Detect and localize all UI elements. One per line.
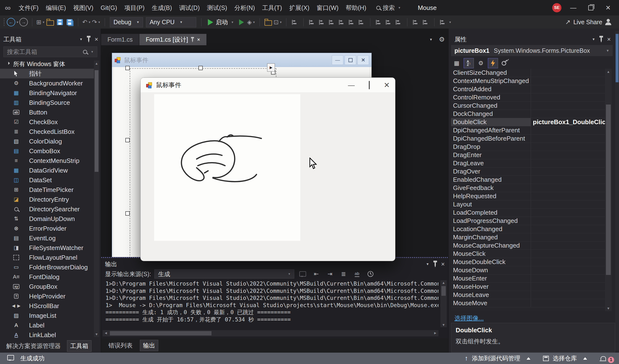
choose-image-link[interactable]: 选择图像...	[454, 314, 484, 322]
event-row-ContextMenuStripChanged[interactable]: ContextMenuStripChanged	[451, 77, 605, 85]
toolbox-item-ComboBox[interactable]: ▤ComboBox	[0, 146, 94, 156]
tab-form1-cs-design[interactable]: Form1.cs [设计] ×	[139, 34, 206, 45]
minimize-button[interactable]: —	[568, 3, 579, 13]
menu-item-1[interactable]: 编辑(E)	[42, 2, 70, 14]
avatar[interactable]: SE	[552, 3, 562, 12]
event-handler-value[interactable]	[531, 225, 605, 233]
event-handler-value[interactable]: pictureBox1_DoubleClick	[531, 118, 605, 126]
menu-item-3[interactable]: Git(G)	[97, 3, 121, 13]
event-handler-value[interactable]	[531, 192, 605, 200]
minimize-button[interactable]: —	[348, 81, 355, 89]
event-handler-value[interactable]	[531, 274, 605, 282]
event-row-EnabledChanged[interactable]: EnabledChanged	[451, 176, 605, 184]
tab-output[interactable]: 输出	[140, 340, 158, 351]
add-to-source-control-button[interactable]: 添加到源代码管理	[472, 354, 520, 362]
align-rights-icon[interactable]	[329, 20, 335, 25]
toolbox-item-ContextMenuStrip[interactable]: ≡ContextMenuStrip	[0, 156, 94, 166]
undo-button[interactable]: ↶▼	[82, 17, 91, 27]
event-row-ControlRemoved[interactable]: ControlRemoved	[451, 93, 605, 102]
toolbox-item-BindingSource[interactable]: ▥BindingSource	[0, 98, 94, 108]
minimize-button[interactable]: —	[332, 55, 343, 65]
toolbox-item-ImageList[interactable]: ▨ImageList	[0, 311, 94, 321]
toolbox-item-DataSet[interactable]: ◫DataSet	[0, 175, 94, 185]
save-button[interactable]	[55, 17, 65, 27]
next-message-icon[interactable]: ⇥	[325, 269, 335, 279]
toolbox-scrollbar[interactable]: ▲ ▼	[94, 60, 99, 337]
toolbox-item-FlowLayoutPanel[interactable]: FlowLayoutPanel	[0, 253, 94, 262]
event-handler-value[interactable]	[531, 176, 605, 184]
event-handler-value[interactable]	[531, 135, 605, 142]
event-handler-value[interactable]	[531, 184, 605, 192]
event-row-DpiChangedAfterParent[interactable]: DpiChangedAfterParent	[451, 126, 605, 135]
size-to-grid-icon[interactable]	[413, 20, 419, 25]
event-handler-value[interactable]	[531, 159, 605, 167]
event-handler-value[interactable]	[531, 126, 605, 134]
new-window-button[interactable]: ⊡▼	[273, 17, 283, 27]
search-box[interactable]: 搜索 ▼	[376, 4, 401, 12]
attach-button[interactable]: ◈▼	[246, 17, 256, 27]
chevron-up-icon[interactable]	[583, 357, 587, 360]
toolbox-item-DirectoryEntry[interactable]: ◪DirectoryEntry	[0, 195, 94, 204]
output-log[interactable]: 1>D:\Program Files\Microsoft Visual Stud…	[106, 280, 438, 327]
event-row-HelpRequested[interactable]: HelpRequested	[451, 192, 605, 200]
toolbox-item-CheckedListBox[interactable]: ≣CheckedListBox	[0, 127, 94, 137]
toolbox-item-指针[interactable]: 指针	[0, 69, 94, 78]
menu-item-9[interactable]: 工具(T)	[258, 2, 285, 14]
make-same-height-icon[interactable]	[396, 20, 401, 25]
save-all-button[interactable]	[65, 17, 74, 27]
align-to-grid-icon[interactable]	[292, 20, 298, 25]
scrollbar-thumb[interactable]	[110, 331, 211, 336]
scrollbar-thumb[interactable]	[606, 105, 611, 275]
align-tops-icon[interactable]	[339, 20, 345, 25]
toolbox-item-DateTimePicker[interactable]: ⊞DateTimePicker	[0, 185, 94, 195]
make-same-width-icon[interactable]	[376, 20, 382, 25]
word-wrap-icon[interactable]: ab	[352, 269, 362, 279]
document-list-icon[interactable]: ▼	[429, 38, 433, 41]
scroll-up-icon[interactable]: ▲	[440, 281, 447, 285]
event-handler-value[interactable]	[531, 143, 605, 151]
configuration-dropdown[interactable]: Debug▼	[110, 17, 143, 27]
tab-toolbox[interactable]: 工具箱	[67, 340, 91, 352]
scroll-up-icon[interactable]: ▲	[94, 61, 99, 65]
scrollbar-thumb[interactable]	[95, 70, 98, 172]
pin-icon[interactable]	[435, 262, 436, 266]
navigate-forward-button[interactable]: →	[19, 17, 28, 27]
toolbox-item-DataGridView[interactable]: ▦DataGridView	[0, 166, 94, 175]
toolbox-item-BackgroundWorker[interactable]: ⚙BackgroundWorker	[0, 78, 94, 88]
toolbox-group-all-windows-forms[interactable]: 所有 Windows 窗体	[0, 59, 94, 69]
resize-handle[interactable]	[198, 66, 203, 70]
event-row-DoubleClick[interactable]: DoubleClickpictureBox1_DoubleClick	[451, 118, 605, 126]
event-handler-value[interactable]	[531, 69, 605, 77]
messages-icon[interactable]	[298, 269, 308, 279]
open-file-button[interactable]	[45, 17, 55, 27]
clear-all-icon[interactable]: ≣	[338, 269, 349, 279]
categorized-icon[interactable]: ▦	[451, 58, 462, 68]
event-handler-value[interactable]	[531, 209, 605, 217]
event-row-MouseClick[interactable]: MouseClick	[451, 250, 605, 258]
alphabetical-icon[interactable]: AZ ↓	[464, 58, 474, 68]
close-icon[interactable]: ×	[95, 36, 98, 42]
properties-menu-icon[interactable]: ▼	[592, 37, 595, 41]
output-horizontal-scrollbar[interactable]: ◄ ►	[103, 330, 438, 336]
events-scrollbar[interactable]: ▲ ▼	[605, 69, 612, 311]
event-row-MouseHover[interactable]: MouseHover	[451, 283, 605, 291]
scroll-up-icon[interactable]: ▲	[605, 70, 612, 74]
designer-titlebar[interactable]: 鼠标事件 — ✕	[112, 53, 371, 67]
pin-icon[interactable]	[601, 38, 602, 41]
event-handler-value[interactable]	[531, 291, 605, 299]
close-button[interactable]: ✕	[603, 3, 614, 13]
new-project-button[interactable]: ⊞▼	[36, 17, 45, 27]
tab-error-list[interactable]: 错误列表	[106, 340, 136, 351]
toolbox-item-FontDialog[interactable]: A≡FontDialog	[0, 272, 94, 282]
event-row-MouseMove[interactable]: MouseMove	[451, 299, 605, 307]
align-lefts-icon[interactable]	[309, 20, 315, 25]
close-button[interactable]: ✕	[357, 55, 369, 65]
event-handler-value[interactable]	[531, 217, 605, 225]
event-handler-value[interactable]	[531, 93, 605, 101]
make-same-size-icon[interactable]	[386, 20, 392, 25]
event-row-ClientSizeChanged[interactable]: ClientSizeChanged	[451, 69, 605, 77]
close-tab-icon[interactable]: ×	[197, 37, 200, 42]
event-handler-value[interactable]	[531, 110, 605, 118]
scroll-down-icon[interactable]: ▼	[605, 306, 612, 310]
event-row-MouseDoubleClick[interactable]: MouseDoubleClick	[451, 258, 605, 266]
